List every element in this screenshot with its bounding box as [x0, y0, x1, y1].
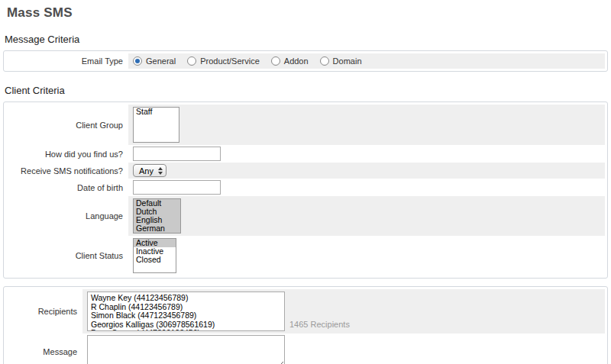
email-type-field: General Product/Service Addon Domain	[128, 53, 605, 69]
sms-notifications-label: Receive SMS notifications?	[6, 166, 128, 176]
find-us-label: How did you find us?	[6, 150, 128, 159]
radio-option-domain[interactable]: Domain	[320, 56, 362, 66]
row-find-us: How did you find us?	[6, 145, 605, 163]
row-client-status: Client Status Active Inactive Closed	[6, 236, 605, 275]
section-heading-client-criteria: Client Criteria	[5, 85, 608, 96]
select-value: Any	[139, 166, 154, 176]
row-message: Message	[6, 333, 605, 364]
radio-option-product-service[interactable]: Product/Service	[187, 56, 260, 66]
row-date-of-birth: Date of birth	[6, 179, 605, 196]
client-group-field: Staff	[128, 105, 605, 145]
client-status-listbox[interactable]: Active Inactive Closed	[133, 238, 176, 273]
email-type-label: Email Type	[6, 56, 128, 66]
recipients-count-note: 1465 Recipients	[289, 320, 350, 331]
message-field	[82, 333, 605, 364]
client-status-field: Active Inactive Closed	[128, 236, 605, 275]
chevron-down-icon	[158, 172, 163, 175]
radio-option-general[interactable]: General	[133, 56, 176, 66]
recipients-label: Recipients	[6, 307, 82, 316]
client-criteria-box: Client Group Staff How did you find us? …	[3, 101, 608, 279]
send-settings-box: Recipients Wayne Key (44123456789) R Cha…	[3, 286, 608, 364]
sms-notifications-field: Any	[128, 163, 605, 179]
row-recipients: Recipients Wayne Key (44123456789) R Cha…	[6, 289, 605, 333]
recipients-field: Wayne Key (44123456789) R Chaplin (44123…	[82, 289, 605, 333]
row-language: Language Default Dutch English German	[6, 196, 605, 236]
radio-label: Domain	[333, 56, 362, 66]
row-client-group: Client Group Staff	[6, 105, 605, 145]
radio-label: General	[146, 56, 176, 66]
date-of-birth-field	[128, 179, 605, 196]
language-label: Language	[6, 211, 128, 221]
mass-sms-page: Mass SMS Message Criteria Email Type Gen…	[0, 0, 611, 364]
radio-selected-icon[interactable]	[133, 56, 142, 66]
find-us-field	[128, 145, 605, 163]
client-status-label: Client Status	[6, 251, 128, 260]
radio-label: Product/Service	[200, 56, 260, 66]
message-textarea[interactable]	[87, 335, 285, 364]
sms-notifications-select[interactable]: Any	[133, 164, 166, 177]
listbox-option-german[interactable]: German	[134, 224, 180, 233]
listbox-option-closed[interactable]: Closed	[134, 256, 176, 264]
radio-option-addon[interactable]: Addon	[271, 56, 309, 66]
find-us-input[interactable]	[133, 147, 221, 161]
radio-icon[interactable]	[187, 56, 196, 66]
message-criteria-box: Email Type General Product/Service Addon…	[3, 50, 608, 72]
message-label: Message	[6, 347, 82, 356]
section-heading-message-criteria: Message Criteria	[5, 34, 608, 45]
radio-icon[interactable]	[320, 56, 329, 66]
date-of-birth-label: Date of birth	[6, 183, 128, 192]
chevron-up-icon	[158, 167, 163, 170]
recipients-textarea[interactable]: Wayne Key (44123456789) R Chaplin (44123…	[87, 292, 285, 331]
client-group-listbox[interactable]: Staff	[133, 107, 179, 143]
row-email-type: Email Type General Product/Service Addon…	[6, 53, 605, 69]
page-title: Mass SMS	[7, 5, 608, 21]
radio-label: Addon	[284, 56, 309, 66]
radio-icon[interactable]	[271, 56, 280, 66]
stepper-arrows-icon	[158, 167, 163, 175]
date-of-birth-input[interactable]	[133, 180, 221, 195]
language-field: Default Dutch English German	[128, 196, 605, 236]
row-sms-notifications: Receive SMS notifications? Any	[6, 163, 605, 179]
client-group-label: Client Group	[6, 121, 128, 130]
listbox-option-staff[interactable]: Staff	[134, 108, 179, 116]
language-listbox[interactable]: Default Dutch English German	[133, 198, 181, 234]
